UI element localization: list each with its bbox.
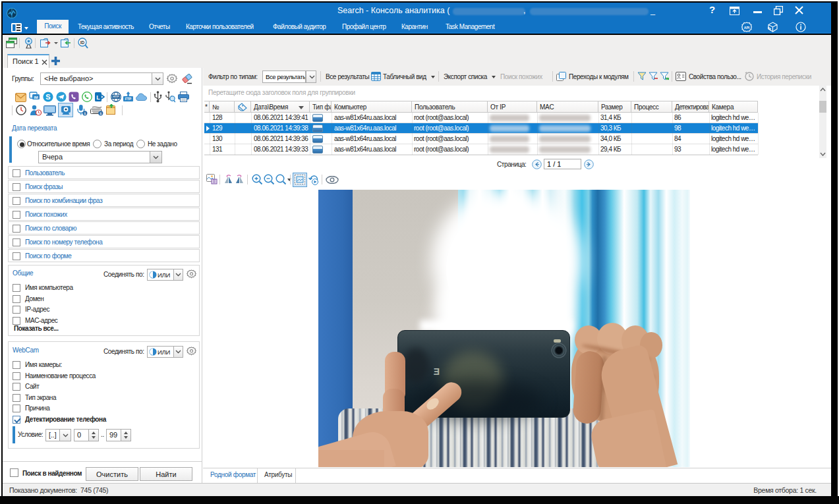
svg-text:i: i xyxy=(84,111,86,116)
svg-text:L: L xyxy=(96,94,100,101)
svg-text:S: S xyxy=(45,93,50,101)
svg-text:i: i xyxy=(100,111,102,116)
svg-text:FTP: FTP xyxy=(125,97,132,101)
svg-text:ID: ID xyxy=(80,40,85,45)
svg-text:HTTP: HTTP xyxy=(113,96,120,98)
svg-text:API: API xyxy=(744,26,750,30)
svg-text:IM: IM xyxy=(34,96,38,99)
